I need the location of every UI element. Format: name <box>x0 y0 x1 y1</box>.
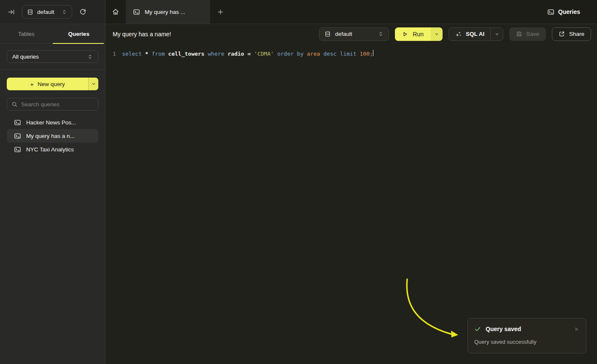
search-queries-input[interactable] <box>21 101 96 108</box>
topbar-database-value: default <box>37 9 54 15</box>
tab-tables-label: Tables <box>18 31 35 37</box>
topbar-queries-indicator[interactable]: Queries <box>547 0 597 24</box>
toast-check-icon <box>474 326 481 332</box>
query-list-item[interactable]: NYC Taxi Analytics <box>7 143 98 156</box>
home-button[interactable] <box>105 0 126 24</box>
sidebar-tabs: Tables Queries <box>0 24 105 44</box>
chevron-down-icon <box>434 32 439 37</box>
sql-ai-sparkles-icon <box>455 31 462 38</box>
sql-token: 'CDMA' <box>254 51 277 57</box>
plus-icon: + <box>30 81 34 88</box>
query-terminal-icon <box>133 8 140 16</box>
run-label: Run <box>413 31 424 38</box>
search-icon <box>11 101 18 108</box>
toast-close-icon <box>574 327 579 332</box>
query-filter-section: All queries <box>0 44 105 70</box>
toolbar-database-value: default <box>335 31 352 37</box>
sql-token: order by <box>277 51 307 57</box>
save-icon <box>516 31 522 37</box>
sql-ai-button[interactable]: SQL AI <box>449 28 490 40</box>
run-options-button[interactable] <box>431 27 443 41</box>
sql-editor[interactable]: 1 select * from cell_towers where radio … <box>105 44 597 58</box>
query-filter-value: All queries <box>12 54 39 60</box>
toast-message: Query saved successfully <box>474 339 580 345</box>
query-item-label: Hacker News Pos... <box>26 119 76 126</box>
tab-label: My query has ... <box>145 9 185 15</box>
text-cursor <box>373 50 374 56</box>
refresh-icon <box>79 8 86 16</box>
tab-queries[interactable]: Queries <box>53 24 105 43</box>
share-button[interactable]: Share <box>552 27 591 41</box>
run-button[interactable]: Run <box>395 27 431 41</box>
sql-token: 100 <box>360 51 370 57</box>
share-icon <box>559 31 565 37</box>
query-terminal-icon <box>14 132 21 140</box>
sql-ai-split-button: SQL AI <box>448 27 503 41</box>
run-play-icon <box>402 31 408 37</box>
new-tab-button[interactable] <box>210 0 230 24</box>
sql-code-line: select * from cell_towers where radio = … <box>122 50 373 58</box>
refresh-button[interactable] <box>78 7 88 17</box>
query-list-item[interactable]: Hacker News Pos... <box>7 116 98 129</box>
topbar-left-section: default <box>0 0 105 24</box>
database-icon <box>27 9 33 15</box>
sql-token: = <box>247 51 254 57</box>
tab-tables[interactable]: Tables <box>0 24 53 43</box>
toast-close-button[interactable] <box>573 326 580 332</box>
query-item-label: My query has a n... <box>26 133 75 139</box>
save-label: Save <box>526 31 539 37</box>
select-updown-icon <box>87 54 93 60</box>
toast-header: Query saved <box>474 326 580 332</box>
sql-token: from <box>151 51 168 57</box>
sql-token: where <box>208 51 228 57</box>
chevron-down-icon <box>494 32 500 37</box>
new-query-button[interactable]: + New query <box>7 78 88 90</box>
main-panel: My query has a name! default Run <box>105 24 597 364</box>
query-list-item-selected[interactable]: My query has a n... <box>7 129 98 143</box>
query-item-label: NYC Taxi Analytics <box>26 146 74 153</box>
new-query-label: New query <box>38 81 65 87</box>
query-filter-select[interactable]: All queries <box>7 50 98 63</box>
query-title: My query has a name! <box>113 31 171 38</box>
home-icon <box>112 8 119 16</box>
query-terminal-icon <box>14 119 21 126</box>
sql-token: cell_towers <box>168 51 208 57</box>
sql-token: desc limit <box>324 51 360 57</box>
tab-queries-label: Queries <box>68 31 89 37</box>
topbar-database-selector[interactable]: default <box>22 5 72 19</box>
sql-token: area <box>307 51 323 57</box>
toast-title: Query saved <box>486 326 521 332</box>
toolbar-database-selector[interactable]: default <box>319 27 389 41</box>
sql-token: ; <box>370 51 373 57</box>
sidebar-body: + New query Hacker News Pos... <box>0 70 105 156</box>
sql-token: select <box>122 51 145 57</box>
run-split-button: Run <box>395 27 443 41</box>
collapse-sidebar-button[interactable] <box>6 7 16 17</box>
select-updown-icon <box>378 31 384 37</box>
line-number: 1 <box>113 50 118 58</box>
sql-ai-label: SQL AI <box>466 31 484 37</box>
search-queries-box <box>7 98 98 111</box>
sql-token: * <box>145 51 152 57</box>
new-query-menu-button[interactable] <box>88 78 98 90</box>
share-label: Share <box>569 31 584 37</box>
query-terminal-icon <box>14 146 21 153</box>
query-toolbar: default Run <box>319 27 591 41</box>
select-updown-icon <box>62 9 67 15</box>
database-icon <box>324 31 331 37</box>
sidebar: Tables Queries All queries + New query <box>0 24 105 364</box>
query-list: Hacker News Pos... My query has a n... N… <box>7 116 98 156</box>
query-header: My query has a name! default Run <box>105 24 597 44</box>
tab-strip: My query has ... <box>105 0 230 24</box>
collapse-sidebar-icon <box>8 8 15 16</box>
toast-query-saved: Query saved Query saved successfully <box>467 318 586 353</box>
new-query-split-button: + New query <box>7 78 98 90</box>
sql-ai-options-button[interactable] <box>490 28 503 40</box>
new-tab-plus-icon <box>217 9 224 15</box>
sql-token: radio <box>227 51 247 57</box>
tab-my-query[interactable]: My query has ... <box>126 0 210 24</box>
topbar: default My query has ... <box>0 0 597 24</box>
save-button[interactable]: Save <box>509 27 546 41</box>
query-terminal-icon <box>547 8 554 16</box>
topbar-queries-label: Queries <box>558 8 580 15</box>
